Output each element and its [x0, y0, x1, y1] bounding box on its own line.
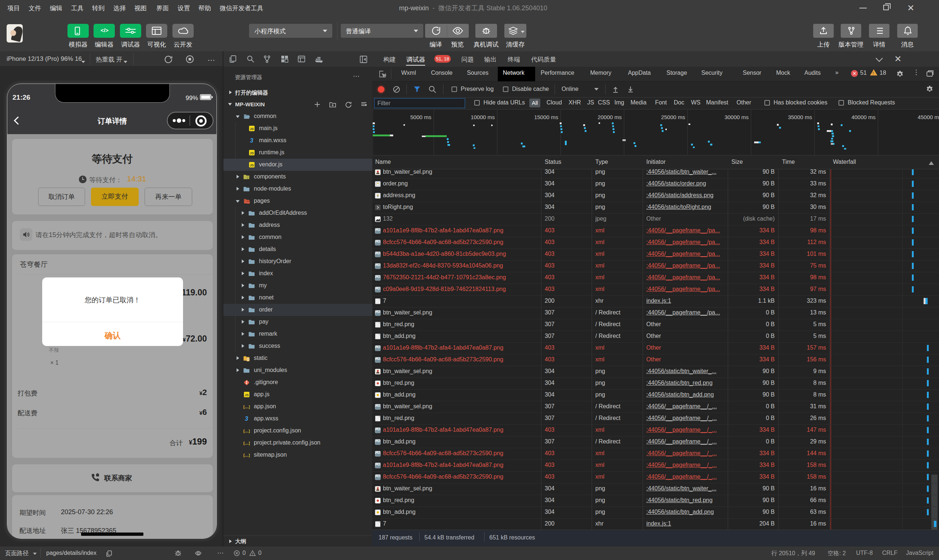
svg-text:JS: JS	[245, 393, 249, 397]
svg-text:3: 3	[250, 137, 253, 144]
svg-text:JS: JS	[250, 151, 254, 155]
svg-text:{…}: {…}	[244, 453, 250, 457]
svg-text:JS: JS	[250, 127, 254, 131]
svg-text:3: 3	[245, 415, 248, 422]
svg-text:{…}: {…}	[244, 429, 250, 433]
svg-text:{…}: {…}	[244, 405, 250, 409]
svg-text:<>: <>	[247, 201, 250, 204]
svg-text:{…}: {…}	[244, 441, 250, 445]
svg-text:JS: JS	[250, 163, 254, 167]
